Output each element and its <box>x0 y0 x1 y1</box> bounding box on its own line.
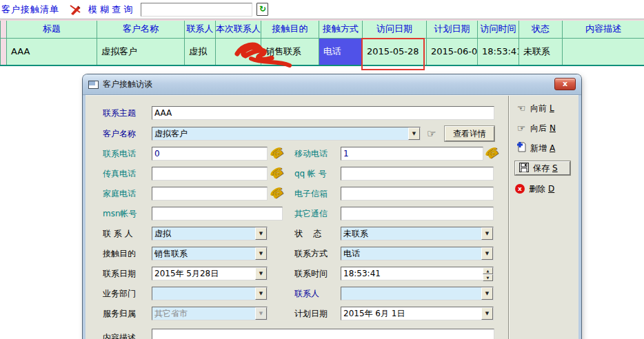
page-title: 客户接触清单 <box>1 3 59 16</box>
cell-title[interactable]: AAA <box>7 38 97 65</box>
new-page-icon <box>515 142 527 154</box>
chevron-down-icon[interactable]: ▼ <box>481 307 493 320</box>
col-status[interactable]: 状态 <box>519 20 563 38</box>
contact-combo[interactable]: 虚拟 ▼ <box>152 227 268 240</box>
prev-button[interactable]: ☜ 向前 L <box>515 101 570 115</box>
contact-interview-dialog: 客户接触访谈 x 联系主题 客户名称 虚拟客户 ▼ ☞ 查看详情 联系电话 ☎ <box>83 74 581 339</box>
mobile-label: 移动电话 <box>294 147 328 161</box>
col-visit-time[interactable]: 访问时间 <box>478 20 519 38</box>
cell-method-selected[interactable]: 电话 <box>319 38 363 65</box>
cell-description[interactable] <box>563 38 644 65</box>
qq-field[interactable] <box>341 167 494 181</box>
chevron-down-icon[interactable]: ▼ <box>255 267 267 280</box>
phone-label: 联系电话 <box>103 147 136 161</box>
close-icon[interactable]: x <box>554 78 576 90</box>
next-button[interactable]: ☞ 向后 N <box>515 121 570 135</box>
fax-field[interactable] <box>152 167 268 181</box>
cell-visit-time[interactable]: 18:53:41 <box>478 38 519 65</box>
cell-current-contact[interactable] <box>216 38 261 65</box>
customer-label: 客户名称 <box>103 127 136 141</box>
qq-label: qq 帐 号 <box>294 167 327 181</box>
phone-icon[interactable]: ☎ <box>483 145 501 163</box>
col-description[interactable]: 内容描述 <box>563 20 644 38</box>
method-combo[interactable]: 电话 ▼ <box>341 247 494 260</box>
status-combo[interactable]: 未联系 ▼ <box>341 227 494 240</box>
contact-time-spinner[interactable]: 18:53:41 ▲▼ <box>341 267 494 280</box>
contact-date-picker[interactable]: 2015年 5月28日 ▼ <box>152 267 268 280</box>
other-comm-label: 其它通信 <box>294 207 328 220</box>
customer-combo[interactable]: 虚拟客户 ▼ <box>152 127 421 141</box>
hand-left-icon: ☜ <box>515 103 527 114</box>
delete-button[interactable]: x 删除 D <box>515 182 570 196</box>
status-label: 状 态 <box>294 227 321 240</box>
add-button[interactable]: 新增 A <box>515 141 570 155</box>
department-combo[interactable]: ▼ <box>152 287 268 300</box>
phone-icon[interactable]: ☎ <box>268 145 285 163</box>
pen-icon[interactable] <box>69 3 81 16</box>
fax-label: 传真电话 <box>103 167 136 181</box>
delete-x-icon: x <box>515 184 525 194</box>
toolbar: 客户接触清单 模 糊 查 询 ↻ <box>0 0 644 19</box>
chevron-down-icon[interactable]: ▼ <box>408 127 420 140</box>
contact-list-grid: 标题 客户名称 联系人 本次联系人 接触目的 接触方式 访问日期 计划日期 访问… <box>0 19 644 66</box>
email-label: 电子信箱 <box>294 187 328 201</box>
view-detail-button[interactable]: 查看详情 <box>445 126 494 141</box>
fuzzy-search-label: 模 糊 查 询 <box>88 3 132 16</box>
purpose-combo[interactable]: 销售联系 ▼ <box>152 247 268 260</box>
spinner-arrows-icon[interactable]: ▲▼ <box>483 267 493 280</box>
phone-icon[interactable]: ☎ <box>268 165 285 183</box>
cell-customer-name[interactable]: 虚拟客户 <box>97 38 185 65</box>
col-customer-name[interactable]: 客户名称 <box>97 20 185 38</box>
service-area-combo-disabled: 其它省市 ▼ <box>152 307 268 320</box>
refresh-icon[interactable]: ↻ <box>256 3 268 16</box>
chevron-down-icon[interactable]: ▼ <box>481 287 493 300</box>
service-area-label: 服务归属 <box>103 307 136 320</box>
contact2-combo[interactable]: ▼ <box>341 287 494 300</box>
phone-field[interactable] <box>152 147 268 161</box>
home-phone-field[interactable] <box>152 187 268 201</box>
search-input[interactable] <box>141 3 252 17</box>
chevron-down-icon[interactable]: ▼ <box>255 227 267 240</box>
chevron-down-icon[interactable]: ▼ <box>255 287 267 300</box>
chevron-down-icon[interactable]: ▼ <box>481 247 493 260</box>
col-visit-date[interactable]: 访问日期 <box>363 20 427 38</box>
dialog-body: 联系主题 客户名称 虚拟客户 ▼ ☞ 查看详情 联系电话 ☎ 移动电话 ☎ 传真… <box>85 95 578 339</box>
home-phone-label: 家庭电话 <box>103 187 136 201</box>
plan-date-picker[interactable]: 2015年 6月 1日 ▼ <box>341 307 494 320</box>
subject-field[interactable] <box>152 106 494 120</box>
chevron-down-icon[interactable]: ▼ <box>255 247 267 260</box>
save-button[interactable]: 保存 S <box>515 161 570 175</box>
chevron-down-icon[interactable]: ▼ <box>481 227 493 240</box>
row-selector[interactable] <box>1 38 7 65</box>
other-comm-field[interactable] <box>341 207 494 220</box>
mobile-field[interactable] <box>341 147 483 161</box>
col-plan-date[interactable]: 计划日期 <box>427 20 478 38</box>
phone-icon[interactable]: ☎ <box>268 185 285 203</box>
col-title[interactable]: 标题 <box>7 20 97 38</box>
msn-label: msn帐号 <box>103 207 137 220</box>
window-icon <box>88 81 99 89</box>
cell-purpose[interactable]: 销售联系 <box>261 38 319 65</box>
cell-plan-date[interactable]: 2015-06-01 <box>427 38 478 65</box>
cell-status[interactable]: 未联系 <box>519 38 563 65</box>
email-field[interactable] <box>341 187 494 201</box>
col-contact[interactable]: 联系人 <box>185 20 216 38</box>
cell-visit-date[interactable]: 2015-05-28 <box>363 38 427 65</box>
cell-contact[interactable]: 虚拟 <box>185 38 216 65</box>
col-current-contact[interactable]: 本次联系人 <box>216 20 261 38</box>
app-window: 客户接触清单 模 糊 查 询 ↻ 标题 客户名称 联系人 本次联系人 接触目的 … <box>0 0 644 339</box>
dialog-nav-panel: ☜ 向前 L ☞ 向后 N <box>508 96 574 339</box>
row-selector-header <box>1 20 7 38</box>
col-method[interactable]: 接触方式 <box>319 20 363 38</box>
grid-data-row: AAA 虚拟客户 虚拟 销售联系 电话 2015-05-28 2015-06-0… <box>1 38 644 65</box>
dialog-titlebar[interactable]: 客户接触访谈 x <box>83 74 581 95</box>
contact2-label: 联系人 <box>294 287 319 300</box>
msn-field[interactable] <box>152 207 283 220</box>
description-field[interactable] <box>152 329 494 339</box>
col-purpose[interactable]: 接触目的 <box>261 20 319 38</box>
contact-label: 联 系 人 <box>103 227 133 240</box>
subject-label: 联系主题 <box>103 106 136 120</box>
chevron-down-icon: ▼ <box>255 307 267 320</box>
contact-time-label: 联系时间 <box>294 267 328 280</box>
pointer-hand-icon[interactable]: ☞ <box>427 127 436 141</box>
